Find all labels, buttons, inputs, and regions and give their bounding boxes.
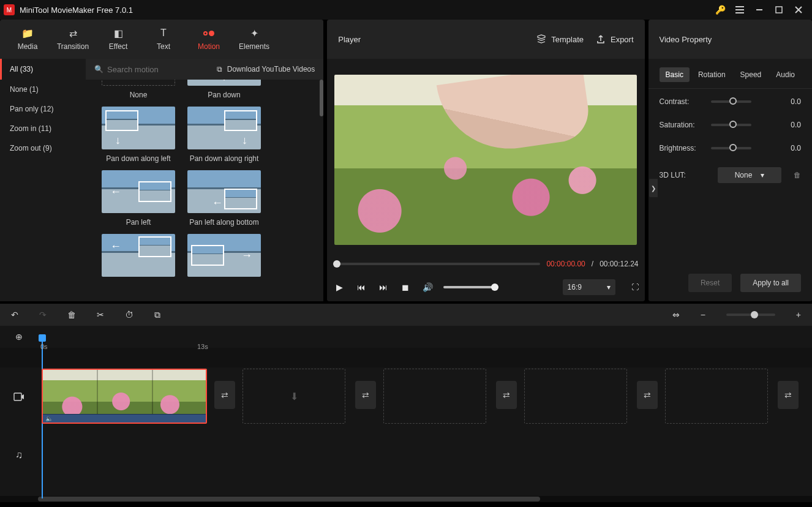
template-button[interactable]: Template: [536, 34, 584, 44]
speed-button[interactable]: ⏱: [125, 310, 133, 320]
transition-slot[interactable]: ⇄: [778, 381, 799, 409]
category-label: None (1): [10, 85, 39, 94]
minimize-button[interactable]: [750, 0, 769, 20]
motion-item[interactable]: ←: [96, 234, 181, 282]
contrast-value: 0.0: [791, 97, 801, 106]
category-all[interactable]: All (33): [0, 59, 86, 80]
tab-label: Motion: [198, 42, 220, 51]
undo-button[interactable]: ↶: [11, 310, 18, 320]
hamburger-menu-icon[interactable]: [730, 0, 750, 20]
seek-slider[interactable]: [333, 263, 540, 265]
brightness-slider[interactable]: [711, 147, 751, 149]
next-frame-button[interactable]: ⏭: [377, 282, 389, 292]
motion-item-none[interactable]: 🚫 None: [96, 80, 181, 99]
motion-item-pan-down-left[interactable]: ↓ Pan down along left: [96, 107, 181, 163]
library-scrollbar[interactable]: [320, 80, 323, 116]
property-header: Video Property: [648, 20, 812, 59]
prop-tab-basic[interactable]: Basic: [660, 67, 690, 82]
maximize-button[interactable]: [769, 0, 789, 20]
transition-slot[interactable]: ⇄: [214, 381, 235, 409]
timeline-fit-button[interactable]: ⇔: [672, 310, 680, 320]
fullscreen-button[interactable]: ⛶: [631, 283, 639, 291]
zoom-in-button[interactable]: +: [796, 310, 801, 320]
apply-all-button[interactable]: Apply to all: [740, 274, 801, 292]
template-icon: [536, 34, 546, 44]
delete-button[interactable]: 🗑: [67, 310, 76, 320]
play-button[interactable]: ▶: [333, 282, 345, 292]
panel-expand-toggle[interactable]: ❯: [649, 179, 658, 197]
tab-transition[interactable]: ⇄ Transition: [50, 20, 96, 59]
motion-item-pan-down-right[interactable]: ↓ Pan down along right: [181, 107, 267, 163]
category-pan-only[interactable]: Pan only (12): [0, 99, 86, 119]
timeline: ⊕ 0s 13s 🔈 ⇄ ⬇ ⇄ ⇄ ⇄ ⇄ ♫: [0, 326, 812, 502]
export-button[interactable]: Export: [596, 34, 634, 44]
lut-dropdown[interactable]: None ▾: [718, 167, 781, 183]
category-label: Zoom out (9): [10, 144, 52, 152]
prop-tab-audio[interactable]: Audio: [770, 67, 801, 82]
motion-label: Pan down along right: [190, 154, 259, 163]
video-preview[interactable]: [334, 75, 637, 245]
folder-icon: 📁: [21, 28, 34, 39]
download-youtube-button[interactable]: ⧉ Download YouTube Videos: [217, 65, 323, 73]
contrast-slider[interactable]: [711, 100, 751, 103]
saturation-slider[interactable]: [711, 124, 751, 126]
volume-icon[interactable]: 🔊: [421, 282, 434, 292]
transition-slot[interactable]: ⇄: [637, 381, 658, 409]
player-header: Player Template Export: [327, 20, 644, 59]
search-input[interactable]: [107, 65, 193, 74]
motion-item-pan-left-bottom[interactable]: ← Pan left along bottom: [181, 170, 267, 227]
motion-item-pan-down[interactable]: ↓ Pan down: [181, 80, 267, 99]
time-duration: 00:00:12.24: [600, 260, 638, 268]
tab-effect[interactable]: ◧ Effect: [96, 20, 141, 59]
volume-slider[interactable]: [443, 286, 498, 288]
clip-audio-strip: 🔈: [43, 414, 206, 423]
timeline-ruler[interactable]: ⊕ 0s 13s: [0, 326, 812, 348]
library-tabs: 📁 Media ⇄ Transition ◧ Effect T Text Mot…: [0, 20, 323, 59]
clip-drop-slot[interactable]: [383, 369, 486, 424]
redo-button[interactable]: ↷: [39, 310, 47, 320]
prop-tab-rotation[interactable]: Rotation: [692, 67, 732, 82]
aspect-ratio-dropdown[interactable]: 16:9 ▾: [563, 279, 615, 295]
split-button[interactable]: ✂: [97, 310, 104, 320]
player-panel: Player Template Export 00:00:00.00 / 00:…: [327, 20, 644, 301]
aspect-value: 16:9: [568, 283, 582, 291]
category-none[interactable]: None (1): [0, 80, 86, 99]
zoom-slider[interactable]: [726, 314, 775, 316]
license-key-icon[interactable]: 🔑: [710, 0, 730, 20]
thumbnail: →: [187, 234, 261, 277]
stop-button[interactable]: ◼: [399, 282, 412, 292]
transition-slot[interactable]: ⇄: [496, 381, 517, 409]
tab-label: Rotation: [698, 70, 726, 79]
add-track-icon[interactable]: ⊕: [15, 332, 23, 342]
prop-tab-speed[interactable]: Speed: [734, 67, 768, 82]
video-track[interactable]: 🔈 ⇄ ⬇ ⇄ ⇄ ⇄ ⇄: [0, 367, 812, 426]
lut-delete-icon[interactable]: 🗑: [794, 171, 801, 179]
reset-button[interactable]: Reset: [688, 274, 732, 292]
motion-item-pan-left[interactable]: ← Pan left: [96, 170, 181, 227]
clip-drop-slot[interactable]: ⬇: [242, 369, 345, 424]
tab-text[interactable]: T Text: [141, 20, 186, 59]
tab-media[interactable]: 📁 Media: [5, 20, 50, 59]
tab-elements[interactable]: ✦ Elements: [231, 20, 277, 59]
crop-button[interactable]: ⧉: [154, 310, 160, 320]
zoom-out-button[interactable]: −: [701, 310, 705, 320]
category-zoom-in[interactable]: Zoom in (11): [0, 119, 86, 138]
category-zoom-out[interactable]: Zoom out (9): [0, 138, 86, 158]
motion-icon: [203, 28, 214, 39]
export-icon: [596, 34, 606, 44]
motion-item[interactable]: →: [181, 234, 267, 282]
timeline-spacer-track: [0, 348, 812, 367]
video-clip[interactable]: 🔈: [42, 369, 207, 424]
template-label: Template: [551, 35, 584, 44]
tab-motion[interactable]: Motion: [186, 20, 231, 59]
thumbnail: ↓: [187, 80, 261, 86]
timeline-horizontal-scrollbar[interactable]: [0, 496, 812, 502]
close-button[interactable]: [789, 0, 808, 20]
clip-drop-slot[interactable]: [665, 369, 768, 424]
prev-frame-button[interactable]: ⏮: [355, 282, 367, 292]
audio-track[interactable]: ♫: [0, 426, 812, 484]
transition-slot[interactable]: ⇄: [355, 381, 376, 409]
thumbnail: ↓: [187, 107, 261, 149]
clip-drop-slot[interactable]: [524, 369, 627, 424]
category-label: Pan only (12): [10, 105, 53, 113]
